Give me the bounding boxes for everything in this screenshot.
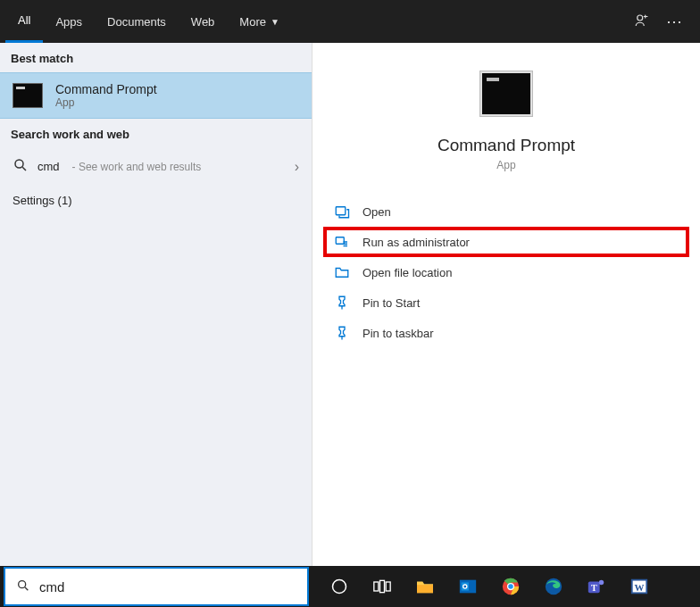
search-input[interactable] (39, 579, 296, 595)
search-web-hint: - See work and web results (72, 161, 202, 173)
chevron-down-icon: ▼ (271, 17, 279, 27)
settings-results[interactable]: Settings (1) (0, 185, 312, 216)
action-pin-to-start[interactable]: Pin to Start (323, 287, 689, 318)
command-prompt-icon (12, 83, 43, 108)
search-web-item[interactable]: cmd - See work and web results › (0, 148, 312, 185)
settings-label: Settings (1) (12, 194, 71, 207)
action-open-file-location[interactable]: Open file location (323, 257, 689, 287)
svg-text:W: W (635, 582, 645, 593)
preview-panel: Command Prompt App Open Run as administr… (312, 43, 700, 566)
action-label: Pin to taskbar (362, 327, 434, 340)
pin-icon (334, 295, 350, 310)
best-match-title: Command Prompt (55, 82, 157, 96)
best-match-text: Command Prompt App (55, 82, 157, 109)
file-explorer-icon[interactable] (404, 566, 446, 607)
svg-point-20 (599, 580, 604, 586)
outlook-icon[interactable] (446, 566, 489, 607)
svg-point-1 (15, 160, 23, 168)
best-match-subtitle: App (55, 96, 157, 109)
more-options-icon[interactable] (666, 12, 682, 31)
folder-icon (334, 265, 350, 279)
search-icon (12, 157, 29, 176)
svg-point-16 (508, 584, 513, 589)
tab-apps[interactable]: Apps (43, 0, 95, 43)
svg-rect-6 (374, 582, 379, 591)
best-match-item[interactable]: Command Prompt App (0, 72, 312, 119)
preview-header: Command Prompt App (312, 59, 700, 196)
action-open[interactable]: Open (323, 196, 689, 227)
svg-rect-3 (336, 237, 344, 245)
svg-point-4 (19, 580, 26, 587)
tab-label: All (18, 13, 30, 27)
svg-rect-9 (417, 585, 433, 593)
feedback-icon[interactable] (634, 12, 650, 31)
tabs: All Apps Documents Web More▼ (5, 0, 292, 43)
task-view-icon[interactable] (361, 566, 404, 607)
teams-icon[interactable]: T (575, 566, 618, 607)
tab-label: Apps (55, 15, 82, 29)
taskbar-icons: T W (312, 566, 661, 607)
action-label: Open (362, 205, 391, 219)
action-label: Run as administrator (362, 236, 470, 249)
main-content: Best match Command Prompt App Search wor… (0, 43, 700, 566)
cortana-icon[interactable] (318, 566, 361, 607)
action-pin-to-taskbar[interactable]: Pin to taskbar (323, 318, 689, 348)
results-panel: Best match Command Prompt App Search wor… (0, 43, 312, 566)
chrome-icon[interactable] (489, 566, 532, 607)
admin-icon (334, 235, 350, 249)
search-web-query: cmd (38, 160, 60, 173)
action-label: Pin to Start (362, 296, 420, 310)
edge-icon[interactable] (532, 566, 575, 607)
search-icon (16, 578, 30, 595)
tab-label: Web (191, 15, 215, 29)
svg-rect-7 (380, 580, 385, 592)
tab-label: Documents (107, 15, 166, 29)
chevron-right-icon: › (295, 159, 299, 175)
svg-point-13 (463, 586, 466, 588)
search-web-header: Search work and web (0, 119, 312, 148)
svg-point-0 (638, 15, 643, 21)
tab-web[interactable]: Web (179, 0, 228, 43)
svg-rect-8 (386, 582, 390, 591)
command-prompt-icon (480, 71, 532, 116)
svg-rect-2 (336, 207, 346, 215)
best-match-header: Best match (0, 43, 312, 72)
tab-more[interactable]: More▼ (227, 0, 292, 43)
pin-icon (334, 326, 350, 340)
tab-documents[interactable]: Documents (95, 0, 179, 43)
preview-subtitle: App (496, 159, 515, 171)
search-tabs-bar: All Apps Documents Web More▼ (0, 0, 700, 43)
tab-label: More (239, 15, 266, 29)
preview-title: Command Prompt (438, 136, 575, 155)
svg-point-5 (333, 580, 346, 594)
svg-text:T: T (591, 583, 597, 593)
action-run-as-administrator[interactable]: Run as administrator (323, 227, 689, 257)
action-label: Open file location (362, 266, 452, 279)
taskbar: T W (0, 566, 700, 607)
search-box[interactable] (4, 567, 309, 606)
topbar-actions (634, 0, 695, 43)
actions-list: Open Run as administrator Open file loca… (312, 196, 700, 348)
open-icon (334, 204, 350, 219)
tab-all[interactable]: All (5, 0, 43, 43)
word-icon[interactable]: W (618, 566, 661, 607)
